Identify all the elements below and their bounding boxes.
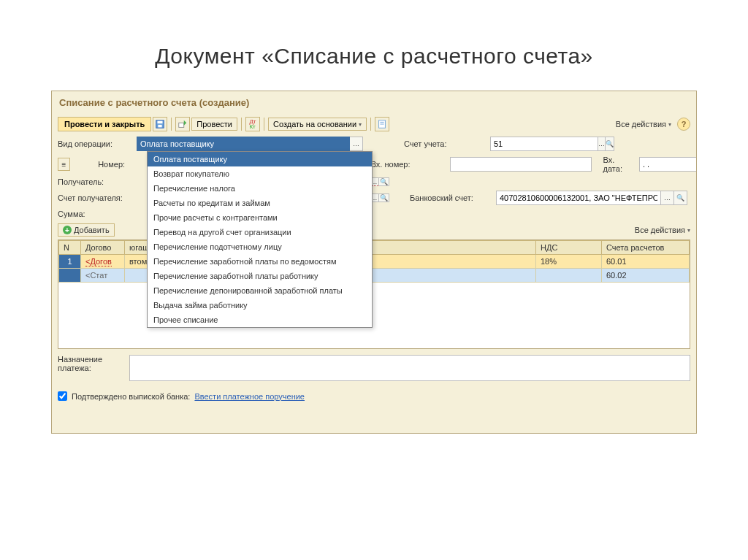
chevron-down-icon: ▾ <box>668 121 671 128</box>
number-label: Номер: <box>73 160 125 169</box>
dropdown-item[interactable]: Перечисление заработной платы работнику <box>148 269 372 283</box>
help-button[interactable]: ? <box>677 118 690 131</box>
create-based-label: Создать на основании <box>273 120 356 129</box>
report-button[interactable] <box>375 117 389 131</box>
drkr-icon: ДтКт <box>249 119 256 129</box>
col-contract[interactable]: Догово <box>81 241 125 255</box>
window-title: Списание с расчетного счета (создание) <box>52 91 696 114</box>
select-button[interactable]: … <box>598 137 606 151</box>
bank-account-input[interactable] <box>496 191 661 205</box>
in-number-input[interactable] <box>450 157 591 172</box>
dropdown-item[interactable]: Перечисление налога <box>148 181 372 196</box>
svg-rect-3 <box>179 123 184 127</box>
all-actions-button[interactable]: Все действия ▾ <box>616 120 671 129</box>
search-button[interactable]: 🔍 <box>606 137 614 151</box>
separator <box>171 118 172 131</box>
grid-all-actions-label: Все действия <box>635 226 685 234</box>
select-button[interactable]: … <box>350 137 363 151</box>
chevron-down-icon: ▾ <box>687 227 690 234</box>
payment-purpose-label: Назначение платежа: <box>58 355 123 381</box>
operation-type-input[interactable] <box>137 137 350 151</box>
cell-acc[interactable]: 60.02 <box>602 269 690 283</box>
cell-contract[interactable]: <Догов <box>81 255 125 269</box>
chevron-down-icon: ▾ <box>359 121 362 128</box>
payment-purpose-input[interactable] <box>129 355 690 381</box>
in-date-input[interactable] <box>639 157 697 172</box>
svg-rect-2 <box>159 125 162 128</box>
account-label: Счет учета: <box>404 139 484 148</box>
dropdown-item[interactable]: Перечисление подотчетному лицу <box>148 239 372 254</box>
recipient-account-label: Счет получателя: <box>58 193 131 202</box>
confirmed-checkbox[interactable] <box>58 391 67 401</box>
plus-icon: + <box>63 226 72 234</box>
dropdown-item[interactable]: Прочее списание <box>148 312 372 327</box>
col-accounts[interactable]: Счета расчетов <box>602 241 690 255</box>
in-number-label: Вх. номер: <box>371 160 445 169</box>
floppy-icon <box>155 119 165 129</box>
toolbar: Провести и закрыть Провести ДтКт Создать… <box>52 114 696 134</box>
create-based-on-button[interactable]: Создать на основании ▾ <box>268 118 367 131</box>
account-input[interactable] <box>490 137 598 151</box>
cell-vat[interactable] <box>536 269 602 283</box>
amount-label: Сумма: <box>58 210 131 218</box>
post-icon-button[interactable] <box>175 117 190 131</box>
post-arrow-icon <box>178 119 188 129</box>
slide-title: Документ «Списание с расчетного счета» <box>0 0 748 91</box>
add-label: Добавить <box>74 226 110 234</box>
post-and-close-button[interactable]: Провести и закрыть <box>58 117 151 131</box>
search-button[interactable]: 🔍 <box>379 193 389 202</box>
dropdown-item[interactable]: Расчеты по кредитам и займам <box>148 196 372 210</box>
separator <box>241 118 242 131</box>
search-button[interactable]: 🔍 <box>674 191 687 205</box>
dropdown-item[interactable]: Перевод на другой счет организации <box>148 225 372 239</box>
dropdown-item[interactable]: Перечисление депонированной заработной п… <box>148 283 372 298</box>
save-button[interactable] <box>153 117 167 131</box>
search-button[interactable]: 🔍 <box>379 177 389 186</box>
dropdown-item[interactable]: Выдача займа работнику <box>148 298 372 312</box>
grid-all-actions-button[interactable]: Все действия ▾ <box>635 226 690 234</box>
cell-acc[interactable]: 60.01 <box>602 255 690 269</box>
dr-kr-button[interactable]: ДтКт <box>245 117 260 131</box>
recipient-label: Получатель: <box>58 177 131 186</box>
in-date-label: Вх. дата: <box>603 156 633 173</box>
add-button[interactable]: + Добавить <box>58 223 115 237</box>
cell-n <box>59 269 81 283</box>
bank-account-label: Банковский счет: <box>410 193 490 202</box>
cell-contract[interactable]: <Стат <box>81 269 125 283</box>
operation-type-dropdown[interactable]: Оплата поставщику Возврат покупателю Пер… <box>147 151 373 328</box>
dropdown-item[interactable]: Перечисление заработной платы по ведомос… <box>148 254 372 269</box>
app-window: Списание с расчетного счета (создание) П… <box>51 91 697 434</box>
cell-vat[interactable]: 18% <box>536 255 602 269</box>
dropdown-item[interactable]: Оплата поставщику <box>148 152 372 166</box>
separator <box>264 118 264 131</box>
select-button[interactable]: … <box>661 191 674 205</box>
list-icon[interactable]: ≡ <box>58 158 70 171</box>
document-icon <box>377 119 387 129</box>
confirmed-label: Подтверждено выпиской банка: <box>72 392 190 401</box>
dropdown-item[interactable]: Возврат покупателю <box>148 166 372 181</box>
col-n[interactable]: N <box>59 241 81 255</box>
operation-type-label: Вид операции: <box>58 139 131 148</box>
enter-payment-order-link[interactable]: Ввести платежное поручение <box>194 392 305 401</box>
svg-rect-1 <box>158 121 163 124</box>
dropdown-item[interactable]: Прочие расчеты с контрагентами <box>148 210 372 225</box>
post-button[interactable]: Провести <box>191 118 237 131</box>
col-vat[interactable]: НДС <box>536 241 602 255</box>
cell-n: 1 <box>59 255 81 269</box>
all-actions-label: Все действия <box>616 120 666 129</box>
separator <box>370 118 371 131</box>
